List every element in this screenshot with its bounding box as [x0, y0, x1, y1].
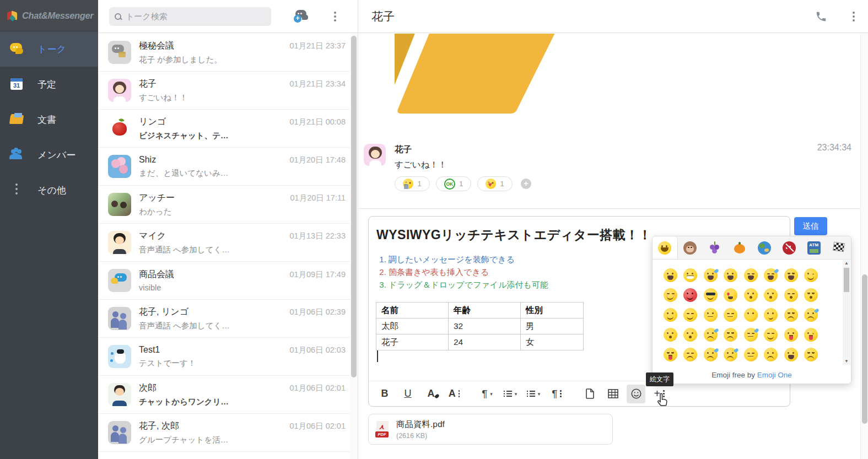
emoji-tab-atm[interactable] — [801, 236, 826, 259]
search-box[interactable] — [109, 7, 271, 26]
table-header-cell[interactable]: 名前 — [376, 303, 449, 318]
sender-avatar[interactable] — [364, 144, 386, 166]
insert-file-button[interactable] — [580, 385, 599, 403]
editor-list-item[interactable]: ドラッグ＆ドロップでファイル添付も可能 — [389, 278, 548, 291]
tongue-closed-emoji[interactable] — [660, 348, 681, 361]
scrollbar-thumb[interactable] — [844, 268, 849, 292]
search-input[interactable] — [126, 12, 252, 21]
emoji-button[interactable] — [627, 385, 645, 403]
call-button[interactable] — [815, 10, 827, 23]
relieved-emoji[interactable] — [761, 328, 781, 342]
scroll-down-arrow[interactable]: ▼ — [843, 358, 850, 365]
hushed-emoji[interactable] — [681, 328, 701, 342]
editor-table[interactable]: 名前年齢性別 太郎32男花子24女 — [376, 302, 584, 350]
conversation-scrollbar[interactable] — [860, 34, 868, 459]
kissing-smiling-emoji[interactable] — [781, 288, 801, 302]
editor-list-item[interactable]: 箇条書きや表も挿入できる — [389, 266, 548, 278]
slight-smile-emoji[interactable] — [660, 308, 681, 322]
paragraph-more-button[interactable]: ¶ — [547, 385, 566, 403]
font-color-button[interactable]: A — [422, 385, 440, 403]
table-cell[interactable]: 24 — [449, 334, 521, 350]
sidebar-item-talk[interactable]: トーク — [0, 31, 98, 67]
emoji-tab-grapes[interactable] — [703, 236, 727, 259]
open-mouth-emoji[interactable] — [660, 328, 681, 342]
confused-emoji[interactable] — [761, 348, 781, 361]
cold-sweat-emoji[interactable] — [700, 348, 721, 361]
list-menu-button[interactable] — [334, 15, 336, 18]
editor-heading[interactable]: WYSIWYGリッチテキストエディター搭載！！ — [376, 226, 651, 244]
sunglasses-emoji[interactable] — [700, 288, 721, 302]
sleeping-emoji[interactable] — [741, 328, 761, 342]
kissing-emoji[interactable] — [761, 288, 781, 302]
astonished-emoji[interactable] — [781, 348, 801, 361]
list-item[interactable]: 次郎01月06日 02:01チャットからワンクリ… — [98, 376, 350, 414]
bold-button[interactable]: B — [375, 385, 394, 403]
pensive-emoji[interactable] — [681, 348, 701, 361]
worried-sweat-emoji[interactable] — [721, 348, 741, 361]
scroll-up-arrow[interactable]: ▲ — [843, 260, 850, 267]
confounded-emoji[interactable] — [801, 348, 822, 361]
emoji-tab-flag[interactable] — [826, 236, 851, 259]
smile-emoji[interactable] — [741, 268, 761, 282]
list-item[interactable]: 花子, リンゴ01月06日 02:39音声通話 へ参加してく… — [98, 300, 350, 338]
reaction-pill[interactable]: 1 — [395, 176, 430, 191]
table-cell[interactable]: 太郎 — [376, 318, 449, 334]
list-item[interactable]: 花子01月21日 23:34すごいね！！ — [98, 72, 350, 110]
add-reaction-button[interactable]: + — [521, 179, 531, 189]
sidebar-item-schedule[interactable]: 31予定 — [0, 67, 98, 102]
table-cell[interactable]: 花子 — [376, 334, 449, 350]
editor-list-item[interactable]: 調したいメッセージを装飾できる — [389, 253, 548, 266]
table-cell[interactable]: 32 — [449, 318, 521, 334]
reaction-pill[interactable]: 1 — [477, 176, 513, 191]
emoji-one-link[interactable]: Emoji One — [757, 371, 792, 379]
table-header-cell[interactable]: 性別 — [521, 303, 584, 318]
laughing-emoji[interactable] — [781, 268, 801, 282]
ordered-list-button[interactable]: ▾ — [501, 385, 520, 403]
list-item[interactable]: 花子, 次郎01月06日 02:01グループチャットを活… — [98, 414, 350, 452]
disappointed-relieved-emoji[interactable] — [801, 308, 822, 322]
chat-list-scrollbar[interactable] — [350, 34, 358, 459]
no-mouth-emoji[interactable] — [741, 308, 761, 322]
emoji-tab-globe[interactable] — [752, 236, 777, 259]
font-style-button[interactable]: A — [445, 385, 463, 403]
bullet-list-button[interactable]: ▾ — [524, 385, 543, 403]
table-cell[interactable]: 女 — [521, 334, 584, 350]
heart-eyes-emoji[interactable] — [721, 288, 741, 302]
blush-emoji[interactable] — [660, 288, 681, 302]
joy-emoji[interactable] — [700, 268, 721, 282]
list-item[interactable]: 極秘会議01月21日 23:37花子 が参加しました。 — [98, 34, 350, 72]
scrollbar-thumb[interactable] — [862, 274, 867, 424]
pensive-closed-emoji[interactable] — [741, 348, 761, 361]
relaxed-emoji[interactable] — [681, 308, 701, 322]
kiss-heart-emoji[interactable] — [741, 288, 761, 302]
paragraph-format-button[interactable]: ¶▾ — [478, 385, 497, 403]
grinning-emoji[interactable] — [660, 268, 681, 282]
insert-table-button[interactable] — [603, 385, 622, 403]
conversation-menu-button[interactable] — [853, 15, 855, 18]
sidebar-item-members[interactable]: メンバー — [0, 137, 98, 172]
wink-emoji[interactable] — [801, 268, 822, 282]
emoji-tab-mute[interactable] — [777, 236, 801, 259]
emoji-tab-smiley[interactable] — [653, 236, 678, 259]
sidebar-item-document[interactable]: 文書 — [0, 102, 98, 137]
sidebar-item-other[interactable]: その他 — [0, 172, 98, 208]
grin-teeth-emoji[interactable] — [681, 268, 701, 282]
tongue-wink-emoji[interactable] — [801, 328, 822, 342]
list-item[interactable]: マイク01月13日 22:33音声通話 へ参加してく… — [98, 224, 350, 262]
smiley-emoji[interactable] — [721, 268, 741, 282]
persevere-emoji[interactable] — [781, 308, 801, 322]
reaction-pill[interactable]: OK1 — [436, 176, 471, 191]
sweat-smile-emoji[interactable] — [761, 268, 781, 282]
emoji-scrollbar[interactable]: ▲ ▼ — [843, 260, 850, 365]
tired-emoji[interactable] — [721, 328, 741, 342]
list-item[interactable]: リンゴ01月21日 00:08ビジネスチャット、テ… — [98, 110, 350, 148]
editor-ordered-list[interactable]: 調したいメッセージを装飾できる箇条書きや表も挿入できるドラッグ＆ドロップでファイ… — [389, 253, 548, 291]
unamused-emoji[interactable] — [721, 308, 741, 322]
list-item[interactable]: 商品会議01月09日 17:49visible — [98, 262, 350, 300]
table-header-cell[interactable]: 年齢 — [449, 303, 521, 318]
new-chat-button[interactable]: + — [293, 9, 310, 24]
list-item[interactable]: アッチー01月20日 17:11わかった — [98, 186, 350, 224]
tongue-emoji[interactable] — [781, 328, 801, 342]
imp-emoji[interactable] — [681, 288, 701, 302]
list-item[interactable]: Shiz01月20日 17:48まだ、と退いてないみ… — [98, 148, 350, 186]
